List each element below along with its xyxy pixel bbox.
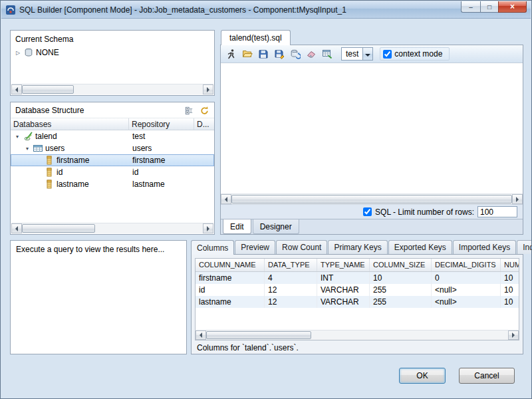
- context-mode-label: context mode: [394, 49, 442, 59]
- cell: 4: [265, 272, 317, 284]
- tree-row-lastname[interactable]: lastname lastname: [11, 178, 214, 190]
- expand-expanded-icon[interactable]: ▾: [24, 146, 31, 152]
- columns-table-hscrollbar[interactable]: [195, 330, 519, 340]
- limit-input[interactable]: [477, 206, 517, 217]
- header-column-name[interactable]: COLUMN_NAME: [196, 259, 265, 271]
- tree-row-talend[interactable]: ▾ talend test: [11, 130, 214, 142]
- scroll-left-button[interactable]: [196, 331, 206, 340]
- scroll-right-button[interactable]: [203, 223, 213, 233]
- scrollbar-track[interactable]: [22, 223, 203, 233]
- tree-item-none[interactable]: ▷ NONE: [11, 47, 214, 59]
- cell: 10: [501, 272, 519, 284]
- tab-primary-keys[interactable]: Primary Keys: [328, 240, 387, 254]
- scrollbar-track[interactable]: [206, 331, 508, 340]
- tree-row-id[interactable]: id id: [11, 166, 214, 178]
- scrollbar-thumb[interactable]: [22, 85, 74, 94]
- tree-node-repository: lastname: [129, 180, 194, 189]
- scroll-right-button[interactable]: [512, 194, 523, 204]
- scroll-left-button[interactable]: [11, 223, 22, 233]
- header-column-size[interactable]: COLUMN_SIZE: [370, 259, 432, 271]
- save-as-button[interactable]: [272, 47, 287, 61]
- context-combo[interactable]: test: [341, 47, 373, 61]
- current-schema-hscrollbar[interactable]: [11, 84, 213, 94]
- tab-sql-file[interactable]: talend(test).sql: [221, 30, 291, 45]
- tree-node-label: lastname: [57, 180, 89, 189]
- cell: lastname: [196, 296, 265, 308]
- scroll-right-button[interactable]: [508, 331, 519, 340]
- header-decimal-digits[interactable]: DECIMAL_DIGITS: [432, 259, 501, 271]
- header-type-name[interactable]: TYPE_NAME: [317, 259, 370, 271]
- detail-tabs: Columns Preview Row Count Primary Keys E…: [191, 240, 523, 254]
- tab-sql-file-label: talend(test).sql: [229, 33, 282, 43]
- combo-dropdown-icon[interactable]: [362, 48, 372, 60]
- tab-edit[interactable]: Edit: [223, 219, 251, 234]
- tree-node-repository: users: [129, 144, 194, 153]
- minimize-button[interactable]: –: [461, 1, 480, 13]
- tab-exported-keys[interactable]: Exported Keys: [388, 240, 452, 254]
- cell: 10: [370, 272, 432, 284]
- current-schema-title: Current Schema: [11, 31, 214, 47]
- tree-row-firstname[interactable]: firstname firstname: [11, 154, 214, 166]
- scrollbar-thumb[interactable]: [206, 331, 311, 339]
- cell: 12: [265, 284, 317, 296]
- column-header-repository[interactable]: Repository: [129, 118, 194, 130]
- expand-expanded-icon[interactable]: ▾: [14, 134, 21, 140]
- save-button[interactable]: [256, 47, 271, 61]
- tab-preview[interactable]: Preview: [235, 240, 275, 254]
- refresh-icon[interactable]: [198, 104, 211, 116]
- tab-designer[interactable]: Designer: [253, 219, 299, 234]
- cell: INT: [317, 272, 370, 284]
- tree-node-label: id: [57, 168, 63, 177]
- clear-query-button[interactable]: [304, 47, 319, 61]
- scrollbar-thumb[interactable]: [231, 195, 512, 203]
- database-structure-hscrollbar[interactable]: [11, 223, 213, 233]
- open-file-button[interactable]: [240, 47, 255, 61]
- columns-table-header: COLUMN_NAME DATA_TYPE TYPE_NAME COLUMN_S…: [196, 259, 519, 272]
- close-button[interactable]: ×: [498, 1, 527, 13]
- sql-grid-button[interactable]: [320, 47, 334, 61]
- sql-editor-hscrollbar[interactable]: [221, 194, 523, 204]
- maximize-button[interactable]: □: [480, 1, 498, 13]
- scroll-left-button[interactable]: [11, 84, 22, 94]
- column-icon: [44, 167, 55, 178]
- table-row[interactable]: id 12 VARCHAR 255 <null> 10: [196, 284, 519, 296]
- tree-node-repository: id: [129, 168, 194, 177]
- context-mode-checkbox[interactable]: [383, 50, 392, 59]
- column-header-databases[interactable]: Databases: [11, 118, 129, 130]
- tab-indexes[interactable]: Indexes: [517, 240, 532, 254]
- schema-icon: [23, 47, 34, 58]
- refresh-connection-button[interactable]: [288, 47, 303, 61]
- tab-row-count[interactable]: Row Count: [276, 240, 327, 254]
- sql-text-area[interactable]: [221, 63, 523, 194]
- limit-label: SQL - Limit number of rows:: [375, 207, 474, 217]
- database-icon: [23, 131, 33, 142]
- column-header-more[interactable]: D...: [194, 118, 214, 130]
- header-num[interactable]: NUM: [501, 259, 519, 271]
- collapse-all-icon[interactable]: [184, 104, 196, 116]
- tree-row-users[interactable]: ▾ users users: [11, 142, 214, 154]
- cancel-button[interactable]: Cancel: [459, 368, 515, 384]
- table-row[interactable]: firstname 4 INT 10 0 10: [196, 272, 519, 284]
- database-structure-title: Database Structure: [15, 106, 84, 115]
- window-controls: – □ ×: [461, 1, 527, 13]
- scrollbar-thumb[interactable]: [22, 224, 95, 233]
- ok-button[interactable]: OK: [399, 368, 446, 384]
- expand-collapsed-icon[interactable]: ▷: [15, 50, 21, 56]
- scroll-left-button[interactable]: [221, 194, 231, 204]
- tab-imported-keys[interactable]: Imported Keys: [453, 240, 516, 254]
- sql-editor-panel: test context mode SQL - Limit number of …: [220, 45, 523, 235]
- database-structure-column-headers: Databases Repository D...: [11, 118, 214, 130]
- table-icon: [33, 143, 43, 154]
- limit-checkbox[interactable]: [363, 207, 372, 216]
- context-combo-value: test: [342, 49, 362, 59]
- scrollbar-track[interactable]: [22, 84, 203, 94]
- run-query-button[interactable]: [224, 47, 239, 61]
- window-icon: [5, 5, 16, 15]
- tab-columns[interactable]: Columns: [191, 240, 234, 255]
- scrollbar-track[interactable]: [231, 194, 512, 204]
- query-results-panel: Execute a query to view the results here…: [10, 240, 187, 354]
- table-row[interactable]: lastname 12 VARCHAR 255 <null> 10: [196, 296, 519, 308]
- columns-status-text: Columns for `talend`.`users`.: [195, 340, 519, 353]
- scroll-right-button[interactable]: [203, 84, 213, 94]
- header-data-type[interactable]: DATA_TYPE: [265, 259, 317, 271]
